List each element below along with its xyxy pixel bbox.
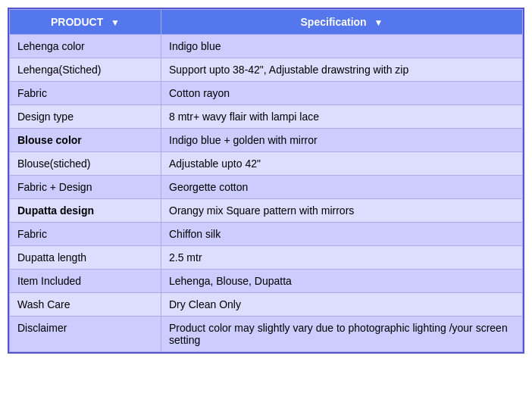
- product-cell: Blouse color: [10, 129, 161, 152]
- spec-cell: 2.5 mtr: [161, 246, 523, 270]
- product-cell: Lehenga color: [10, 35, 161, 58]
- table-row: Blouse(stiched)Adjustable upto 42": [10, 152, 523, 176]
- product-cell: Wash Care: [10, 293, 161, 317]
- spec-cell: Lehenga, Blouse, Dupatta: [161, 270, 523, 293]
- table-row: Wash CareDry Clean Only: [10, 293, 523, 317]
- product-cell: Dupatta length: [10, 246, 161, 270]
- product-cell: Dupatta design: [10, 199, 161, 223]
- table-row: Blouse colorIndigo blue + golden with mi…: [10, 129, 523, 152]
- spec-cell: Georgette cotton: [161, 176, 523, 199]
- spec-cell: Indigo blue: [161, 35, 523, 58]
- spec-cell: Dry Clean Only: [161, 293, 523, 317]
- spec-cell: Support upto 38-42", Adjustable drawstri…: [161, 58, 523, 82]
- col-spec-header[interactable]: Specification ▼: [161, 10, 523, 35]
- product-spec-table: PRODUCT ▼ Specification ▼ Lehenga colorI…: [8, 8, 524, 354]
- table-row: DisclaimerProduct color may slightly var…: [10, 317, 523, 352]
- product-cell: Blouse(stiched): [10, 152, 161, 176]
- table-row: Dupatta designOrangy mix Square pattern …: [10, 199, 523, 223]
- product-cell: Item Included: [10, 270, 161, 293]
- table-row: Design type8 mtr+ wavy flair with lampi …: [10, 105, 523, 129]
- table-row: Lehenga(Stiched)Support upto 38-42", Adj…: [10, 58, 523, 82]
- spec-cell: Chiffon silk: [161, 223, 523, 246]
- col-product-header[interactable]: PRODUCT ▼: [10, 10, 161, 35]
- table-row: FabricCotton rayon: [10, 82, 523, 105]
- spec-cell: Cotton rayon: [161, 82, 523, 105]
- table-row: Fabric + DesignGeorgette cotton: [10, 176, 523, 199]
- product-cell: Fabric + Design: [10, 176, 161, 199]
- product-cell: Design type: [10, 105, 161, 129]
- table-row: Lehenga colorIndigo blue: [10, 35, 523, 58]
- product-cell: Fabric: [10, 82, 161, 105]
- spec-cell: Adjustable upto 42": [161, 152, 523, 176]
- spec-cell: Indigo blue + golden with mirror: [161, 129, 523, 152]
- spec-cell: Product color may slightly vary due to p…: [161, 317, 523, 352]
- product-dropdown-arrow[interactable]: ▼: [111, 17, 120, 28]
- spec-header-label: Specification: [301, 16, 367, 28]
- table-row: FabricChiffon silk: [10, 223, 523, 246]
- table-row: Dupatta length2.5 mtr: [10, 246, 523, 270]
- spec-cell: Orangy mix Square pattern with mirrors: [161, 199, 523, 223]
- product-cell: Fabric: [10, 223, 161, 246]
- product-cell: Lehenga(Stiched): [10, 58, 161, 82]
- product-cell: Disclaimer: [10, 317, 161, 352]
- table-row: Item IncludedLehenga, Blouse, Dupatta: [10, 270, 523, 293]
- spec-cell: 8 mtr+ wavy flair with lampi lace: [161, 105, 523, 129]
- product-header-label: PRODUCT: [51, 16, 103, 28]
- spec-dropdown-arrow[interactable]: ▼: [374, 17, 383, 28]
